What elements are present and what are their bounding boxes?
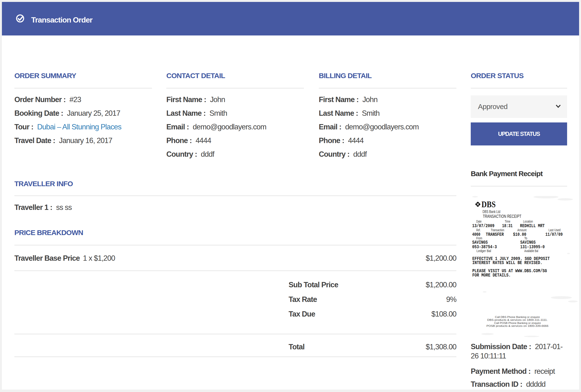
- svg-text:DBS Bank Ltd: DBS Bank Ltd: [482, 209, 500, 214]
- svg-text:Ref.: Ref.: [476, 228, 480, 232]
- svg-text:TRANSACTION RECEIPT: TRANSACTION RECEIPT: [483, 214, 521, 219]
- svg-text:DBS: DBS: [482, 200, 496, 209]
- svg-text:Ledger Bal: Ledger Bal: [476, 249, 491, 253]
- svg-text:Available Bal: Available Bal: [524, 249, 538, 253]
- svg-text:Transaction: Transaction: [491, 228, 504, 232]
- svg-text:Location: Location: [523, 219, 533, 223]
- svg-text:TRANSFER: TRANSFER: [486, 232, 504, 237]
- svg-text:Date: Date: [476, 219, 482, 223]
- svg-text:POSB products & services on 18: POSB products & services on 1800-339-666…: [486, 324, 549, 328]
- svg-text:11/07/09: 11/07/09: [545, 232, 562, 237]
- svg-text:FOR MORE DETAILS.: FOR MORE DETAILS.: [472, 273, 511, 278]
- svg-text:Amount: Amount: [518, 228, 526, 232]
- svg-text:Time: Time: [505, 219, 510, 223]
- svg-text:Last Used: Last Used: [548, 228, 560, 232]
- svg-text:INTEREST RATES WILL BE REVISED: INTEREST RATES WILL BE REVISED.: [472, 260, 542, 266]
